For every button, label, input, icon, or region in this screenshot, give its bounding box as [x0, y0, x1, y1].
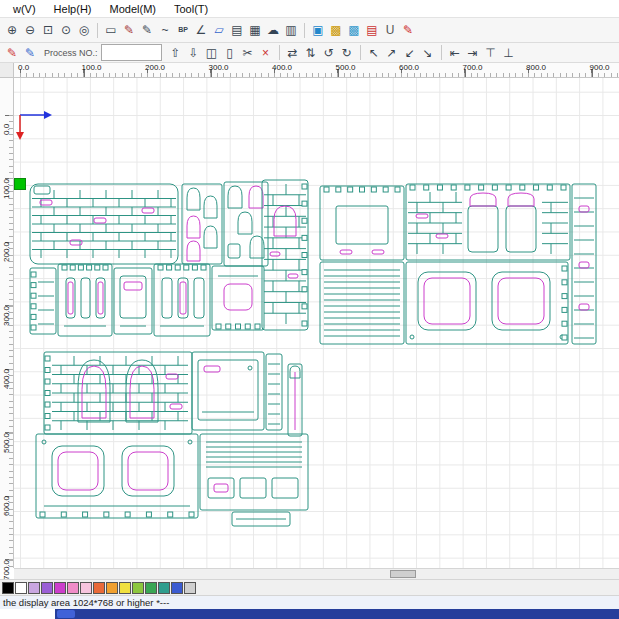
process-no-label: Process NO.: [44, 48, 98, 58]
palette-swatch-4[interactable] [54, 582, 66, 594]
palette-swatch-5[interactable] [67, 582, 79, 594]
laser-pen-icon[interactable]: ✎ [399, 21, 417, 39]
mirror-horizontal-icon[interactable]: ⇄ [284, 44, 302, 62]
ruler-corner [0, 63, 14, 78]
menu-helph[interactable]: Help(H) [45, 3, 101, 15]
taskbar-background [55, 609, 619, 619]
drawing-canvas[interactable] [14, 78, 619, 568]
order-down-icon[interactable]: ⇩ [185, 44, 203, 62]
usb-download-icon[interactable]: U [381, 21, 399, 39]
menu-wv[interactable]: w(V) [4, 3, 45, 15]
cut-icon[interactable]: ✂ [239, 44, 257, 62]
measure-tool-icon[interactable]: ▱ [210, 21, 228, 39]
status-bar: the display area 1024*768 or higher *--- [0, 595, 619, 609]
ruler-v-label: 400.0 [2, 369, 11, 389]
zoom-in-icon[interactable]: ⊕ [3, 21, 21, 39]
move-nw-icon[interactable]: ↖ [365, 44, 383, 62]
align-bottom-icon[interactable]: ⊥ [500, 44, 518, 62]
move-se-icon[interactable]: ↘ [419, 44, 437, 62]
polyline-tool-icon[interactable]: ∠ [192, 21, 210, 39]
layers-icon[interactable]: ▥ [282, 21, 300, 39]
ungroup-icon[interactable]: ▯ [221, 44, 239, 62]
delete-icon[interactable]: × [257, 44, 275, 62]
laser-cut-drawing [14, 78, 619, 568]
taskbar-button[interactable] [57, 610, 75, 618]
origin-marker[interactable] [14, 178, 26, 190]
order-up-icon[interactable]: ⇧ [167, 44, 185, 62]
secondary-toolbar: ✎✎ Process NO.: ⇧⇩◫▯✂×⇄⇅↺↻↖↗↙↘⇤⇥⊤⊥ [0, 43, 619, 63]
application-window: w(V)Help(H)Model(M)Tool(T) ⊕⊖⊡⊙◎▭✎✎~BP∠▱… [0, 0, 619, 619]
menu-modelm[interactable]: Model(M) [101, 3, 165, 15]
ruler-v-label: 600.0 [2, 496, 11, 516]
palette-swatch-14[interactable] [184, 582, 196, 594]
palette-swatch-10[interactable] [132, 582, 144, 594]
palette-swatch-12[interactable] [158, 582, 170, 594]
move-ne-icon[interactable]: ↗ [383, 44, 401, 62]
process-no-input[interactable] [101, 44, 162, 61]
rotate-cw-icon[interactable]: ↻ [338, 44, 356, 62]
ruler-h-label: 400.0 [272, 63, 292, 72]
horizontal-ruler: 0.0100.0200.0300.0400.0500.0600.0700.080… [0, 63, 619, 78]
curve-tool-icon[interactable]: ~ [156, 21, 174, 39]
palette-swatch-13[interactable] [171, 582, 183, 594]
output-device-icon[interactable]: ▤ [363, 21, 381, 39]
node-edit-icon[interactable]: ✎ [120, 21, 138, 39]
ruler-h-label: 100.0 [82, 63, 102, 72]
mark-pen-red-icon[interactable]: ✎ [3, 44, 21, 62]
palette-swatch-0[interactable] [2, 582, 14, 594]
main-toolbar: ⊕⊖⊡⊙◎▭✎✎~BP∠▱▤▦☁▥▣▩▩▤U✎ [0, 18, 619, 43]
bitmap-tool-icon[interactable]: BP [174, 21, 192, 39]
grid-tool-icon[interactable]: ▦ [246, 21, 264, 39]
array-copy-icon[interactable]: ▤ [228, 21, 246, 39]
ruler-v-label: 100.0 [2, 178, 11, 198]
rotate-ccw-icon[interactable]: ↺ [320, 44, 338, 62]
mirror-vertical-icon[interactable]: ⇅ [302, 44, 320, 62]
palette-swatch-7[interactable] [93, 582, 105, 594]
menu-toolt[interactable]: Tool(T) [165, 3, 217, 15]
scrollbar-thumb[interactable] [390, 570, 416, 578]
palette-swatch-6[interactable] [80, 582, 92, 594]
zoom-all-icon[interactable]: ◎ [75, 21, 93, 39]
toolbar-separator [97, 23, 98, 38]
ruler-v-label: 300.0 [2, 305, 11, 325]
rect-tool-icon[interactable]: ▭ [102, 21, 120, 39]
menu-bar: w(V)Help(H)Model(M)Tool(T) [0, 0, 619, 18]
align-right-icon[interactable]: ⇥ [464, 44, 482, 62]
ruler-v-label: 500.0 [2, 432, 11, 452]
toolbar2-right-group: ⇧⇩◫▯✂×⇄⇅↺↻↖↗↙↘⇤⇥⊤⊥ [167, 44, 518, 62]
download-cloud-icon[interactable]: ☁ [264, 21, 282, 39]
toolbar2-left-group: ✎✎ [3, 44, 39, 62]
ruler-h-label: 300.0 [209, 63, 229, 72]
ruler-h-label: 600.0 [399, 63, 419, 72]
toolbar-separator [441, 45, 442, 60]
group-icon[interactable]: ◫ [203, 44, 221, 62]
ruler-h-label: 800.0 [526, 63, 546, 72]
zoom-page-icon[interactable]: ⊙ [57, 21, 75, 39]
mark-pen-blue-icon[interactable]: ✎ [21, 44, 39, 62]
ruler-v-label: 0.0 [2, 124, 11, 135]
palette-swatch-2[interactable] [28, 582, 40, 594]
palette-swatch-8[interactable] [106, 582, 118, 594]
palette-swatch-3[interactable] [41, 582, 53, 594]
ruler-v-label: 700.0 [2, 559, 11, 579]
ruler-h-label: 900.0 [590, 63, 610, 72]
ruler-v-label: 200.0 [2, 242, 11, 262]
palette-swatch-1[interactable] [15, 582, 27, 594]
status-text: the display area 1024*768 or higher *--- [3, 597, 169, 608]
align-top-icon[interactable]: ⊤ [482, 44, 500, 62]
palette-swatch-9[interactable] [119, 582, 131, 594]
move-sw-icon[interactable]: ↙ [401, 44, 419, 62]
horizontal-scrollbar[interactable] [14, 568, 619, 579]
align-left-icon[interactable]: ⇤ [446, 44, 464, 62]
pen-tool-icon[interactable]: ✎ [138, 21, 156, 39]
zoom-out-icon[interactable]: ⊖ [21, 21, 39, 39]
zoom-window-icon[interactable]: ⊡ [39, 21, 57, 39]
palette-swatch-11[interactable] [145, 582, 157, 594]
palette-grid2-icon[interactable]: ▩ [345, 21, 363, 39]
ruler-h-label: 200.0 [145, 63, 165, 72]
palette-grid-icon[interactable]: ▩ [327, 21, 345, 39]
ruler-h-label: 700.0 [463, 63, 483, 72]
vertical-ruler: 0.0100.0200.0300.0400.0500.0600.0700.0 [0, 78, 14, 568]
toolbar-separator [360, 45, 361, 60]
monitor-icon[interactable]: ▣ [309, 21, 327, 39]
